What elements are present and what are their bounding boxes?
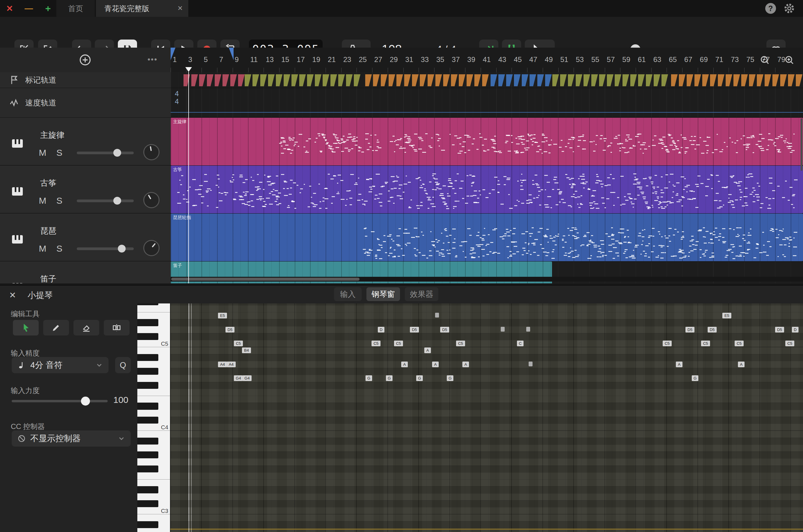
marker-flag[interactable] [710,74,717,86]
track-lane[interactable]: 古筝 [170,166,803,213]
marker-flag[interactable] [291,74,298,86]
midi-note[interactable]: A [676,362,682,367]
midi-note[interactable]: D5 [686,327,694,332]
vertical-scrollbar-thumb[interactable] [801,118,802,171]
volume-slider-thumb[interactable] [113,149,121,157]
piano-roll-grid[interactable]: E5D5C5B4A4A4G4G4GC5DGC5AD5GAAD5GC5ACC5AD… [170,303,803,532]
cc-dropdown[interactable]: 不显示控制器 [12,431,131,446]
marker-flag[interactable] [654,74,660,86]
track-header[interactable]: 主旋律MS [0,118,170,165]
pan-knob[interactable] [143,144,160,160]
midi-note[interactable]: E5 [722,313,731,319]
marker-flag[interactable] [741,74,748,86]
marker-flag[interactable] [702,74,709,86]
piano-black-key[interactable] [137,333,158,340]
midi-note[interactable]: G4 [242,375,252,381]
tempo-track-header[interactable]: 速度轨道 [0,88,170,118]
midi-note[interactable]: A [401,362,408,367]
midi-note[interactable]: E5 [218,313,227,319]
track-lane[interactable]: 主旋律 [170,118,803,166]
marker-track-header[interactable]: 标记轨道 [0,72,170,88]
midi-note[interactable]: G [366,375,372,381]
marker-flag[interactable] [749,74,755,86]
marker-flag[interactable] [788,74,795,86]
marker-flag[interactable] [498,74,505,86]
marker-flag[interactable] [191,74,198,86]
marker-flag[interactable] [796,74,802,86]
marker-flag[interactable] [591,74,598,86]
precision-dropdown[interactable]: 4分 音符 [12,357,109,373]
midi-note[interactable]: A [432,362,439,367]
solo-button[interactable]: S [53,244,66,254]
marker-flag[interactable] [443,74,450,86]
midi-note[interactable]: G [416,375,423,381]
track-header[interactable]: 古筝MS [0,166,170,213]
marker-flag[interactable] [459,74,466,86]
midi-note[interactable]: A [738,362,745,367]
tempo-lane[interactable]: 4 4 [170,88,803,118]
marker-flag[interactable] [207,74,214,86]
marker-flag[interactable] [268,74,275,86]
piano-black-key[interactable] [137,438,158,444]
marker-flag[interactable] [482,74,489,86]
marker-flag[interactable] [284,74,290,86]
midi-note[interactable]: C5 [394,341,403,346]
editor-tab-effects[interactable]: 效果器 [405,287,438,301]
marker-flag[interactable] [568,74,574,86]
marker-flag[interactable] [307,74,314,86]
pan-knob[interactable] [143,240,160,256]
mute-button[interactable]: M [37,148,49,158]
marker-lane[interactable] [170,72,803,88]
midi-note[interactable]: C5 [663,341,672,346]
marker-flag[interactable] [238,74,245,86]
marker-flag[interactable] [687,74,693,86]
midi-note[interactable]: G4 [234,375,243,381]
marker-flag[interactable] [576,74,582,86]
midi-clip[interactable]: 主旋律 [170,118,803,165]
midi-note[interactable]: A4 [227,362,236,367]
piano-black-key[interactable] [137,521,158,528]
window-new-button[interactable]: + [42,0,54,17]
horizontal-scrollbar[interactable] [170,277,803,282]
velocity-slider-thumb[interactable] [81,397,90,405]
timeline-ruler[interactable]: 1357911131517192123252729313335373941434… [170,48,803,73]
marker-flag[interactable] [514,74,521,86]
marker-flag[interactable] [552,74,559,86]
midi-note[interactable]: B4 [242,347,251,353]
marker-flag[interactable] [381,74,387,86]
midi-note[interactable]: D5 [440,327,449,332]
marker-flag[interactable] [451,74,458,86]
piano-black-key[interactable] [137,303,158,305]
midi-note[interactable]: G [692,375,698,381]
settings-gear-icon[interactable] [783,2,795,14]
piano-black-key[interactable] [137,319,158,326]
pencil-tool-button[interactable] [43,320,69,336]
midi-note[interactable]: D5 [708,327,717,332]
marker-flag[interactable] [630,74,637,86]
marker-flag[interactable] [599,74,606,86]
marker-flag[interactable] [615,74,621,86]
editor-tab-piano-roll[interactable]: 钢琴窗 [366,287,400,301]
marker-flag[interactable] [389,74,395,86]
track-header[interactable]: 笛子 [0,262,170,283]
marker-flag[interactable] [607,74,614,86]
marker-flag[interactable] [522,74,528,86]
marker-flag[interactable] [506,74,513,86]
quantize-button[interactable]: Q [115,357,131,373]
vertical-scrollbar[interactable] [801,118,802,283]
tempo-curve-line[interactable] [170,112,803,113]
volume-slider[interactable] [77,247,134,250]
marker-flag[interactable] [420,74,426,86]
piano-black-key[interactable] [137,403,158,410]
marker-flag[interactable] [276,74,282,86]
marker-flag[interactable] [530,74,536,86]
marker-flag[interactable] [772,74,779,86]
midi-note[interactable]: D5 [775,327,784,332]
marker-flag[interactable] [404,74,411,86]
piano-keyboard[interactable]: C5C4C3 [137,303,170,532]
marker-flag[interactable] [638,74,645,86]
tab-home[interactable]: 首页 [56,0,95,17]
midi-note[interactable]: C5 [785,341,794,346]
add-track-button[interactable] [78,53,92,66]
midi-note[interactable]: D5 [410,327,419,332]
